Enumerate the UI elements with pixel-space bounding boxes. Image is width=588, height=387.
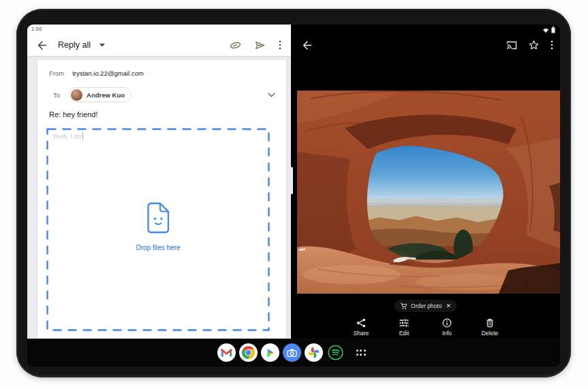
share-button[interactable]: Share: [340, 318, 383, 337]
attach-icon[interactable]: [230, 42, 241, 49]
trash-icon: [485, 318, 495, 328]
compose-body-hint: Yeah, I do: [52, 132, 85, 140]
back-icon[interactable]: [37, 40, 48, 50]
from-field[interactable]: From trystan.io.22@gmail.com: [49, 69, 144, 77]
send-icon[interactable]: [255, 41, 265, 50]
expand-recipients-icon[interactable]: [268, 93, 275, 97]
dropzone-label: Drop files here: [136, 244, 180, 251]
edit-button[interactable]: Edit: [383, 318, 426, 337]
desktop-background: 1:00 Reply all: [0, 0, 588, 387]
dropdown-caret-icon[interactable]: [99, 44, 105, 47]
photos-toolbar: [291, 34, 560, 56]
taskbar: [27, 339, 560, 367]
gmail-toolbar: Reply all: [27, 34, 291, 56]
from-email: trystan.io.22@gmail.com: [72, 69, 144, 77]
chrome-app-icon[interactable]: [239, 343, 258, 362]
back-icon[interactable]: [302, 40, 312, 50]
gmail-window: 1:00 Reply all: [27, 25, 291, 339]
photo-arch-image[interactable]: [297, 91, 560, 294]
gmail-header: 1:00 Reply all: [27, 25, 291, 56]
recipient-chip[interactable]: Andrew Kuo: [69, 87, 131, 102]
info-button[interactable]: Info: [426, 318, 469, 337]
cart-icon: [400, 303, 407, 309]
close-icon[interactable]: ✕: [446, 303, 451, 309]
order-photo-chip[interactable]: Order photo ✕: [394, 300, 457, 312]
file-smiley-icon: [144, 202, 172, 234]
overflow-icon[interactable]: [551, 40, 553, 50]
subject-field[interactable]: Re: hey friend!: [49, 110, 98, 119]
battery-icon: [551, 27, 555, 33]
tune-icon: [399, 318, 409, 328]
recipient-name: Andrew Kuo: [87, 91, 125, 99]
all-apps-button[interactable]: [352, 343, 370, 362]
action-label: Delete: [482, 330, 499, 337]
compose-card: From trystan.io.22@gmail.com To Andrew K…: [37, 60, 286, 339]
action-label: Edit: [399, 330, 409, 337]
info-icon: [442, 318, 452, 328]
tablet-device: 1:00 Reply all: [16, 9, 571, 377]
tablet-screen: 1:00 Reply all: [27, 25, 560, 367]
action-label: Info: [442, 330, 452, 337]
photos-window: Order photo ✕ Share: [291, 25, 560, 339]
to-field[interactable]: To Andrew Kuo: [49, 87, 275, 102]
attachment-dropzone[interactable]: Yeah, I do Drop files here: [46, 128, 270, 331]
dropzone-content: Drop files here: [46, 202, 270, 251]
split-divider-handle[interactable]: [290, 167, 293, 194]
photos-app-icon[interactable]: [305, 343, 323, 362]
photo-action-bar: Share Edit: [291, 318, 560, 337]
from-label: From: [49, 69, 64, 77]
gmail-app-icon[interactable]: [217, 343, 236, 362]
overflow-icon[interactable]: [279, 40, 281, 50]
share-icon: [356, 318, 366, 328]
to-label: To: [53, 91, 60, 99]
play-store-app-icon[interactable]: [261, 343, 279, 362]
camera-app-icon[interactable]: [283, 343, 301, 362]
spotify-app-icon[interactable]: [326, 343, 345, 362]
delete-button[interactable]: Delete: [469, 318, 512, 337]
star-icon[interactable]: [529, 40, 539, 50]
status-icons: [542, 27, 555, 33]
recipient-avatar: [71, 89, 82, 101]
order-photo-label: Order photo: [411, 303, 442, 309]
reply-mode-label[interactable]: Reply all: [58, 40, 91, 50]
wifi-icon: [542, 27, 549, 33]
action-label: Share: [354, 330, 369, 337]
status-time: 1:00: [31, 26, 42, 32]
cast-icon[interactable]: [506, 41, 517, 50]
